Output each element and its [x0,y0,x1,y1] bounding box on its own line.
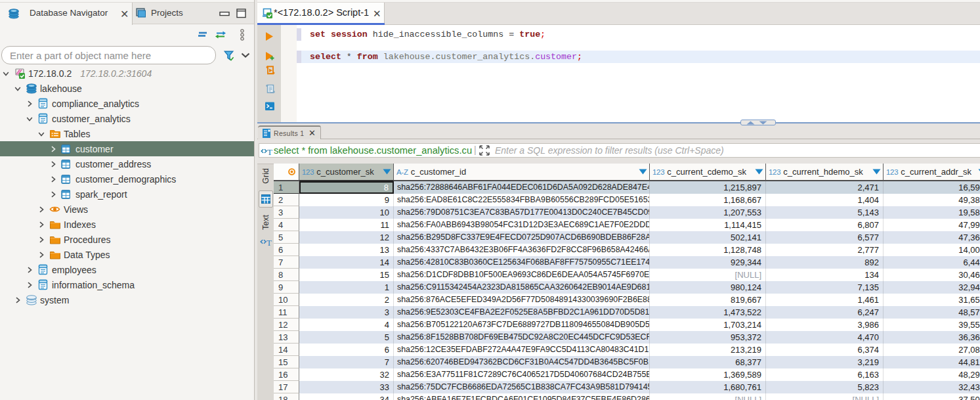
svg-text:T: T [267,147,272,157]
svg-text:T: T [266,238,272,248]
